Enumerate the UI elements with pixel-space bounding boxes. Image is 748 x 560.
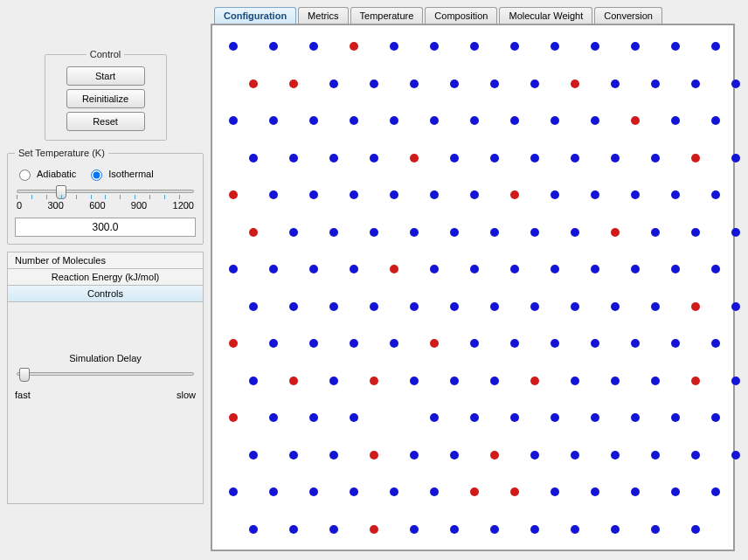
molecule-blue — [671, 116, 680, 125]
tab-metrics[interactable]: Metrics — [298, 7, 348, 24]
molecule-blue — [651, 154, 660, 162]
control-group: Control Start Reinitialize Reset — [45, 49, 167, 141]
molecule-blue — [289, 228, 298, 237]
start-button[interactable]: Start — [66, 66, 145, 86]
delay-slider-thumb[interactable] — [19, 368, 30, 382]
molecule-blue — [470, 42, 479, 51]
reinitialize-button[interactable]: Reinitialize — [66, 89, 145, 108]
molecule-blue — [711, 413, 720, 422]
delay-slider[interactable] — [15, 369, 196, 377]
control-legend: Control — [87, 49, 124, 59]
molecule-red — [229, 339, 238, 348]
molecule-blue — [571, 154, 579, 162]
molecule-blue — [350, 116, 358, 125]
molecule-blue — [510, 42, 519, 51]
molecule-red — [229, 413, 238, 422]
molecule-red — [571, 80, 579, 88]
molecule-blue — [530, 302, 539, 311]
molecule-blue — [309, 413, 318, 422]
molecule-blue — [410, 451, 419, 460]
temperature-value — [15, 218, 196, 237]
molecule-blue — [731, 451, 740, 460]
isothermal-radio[interactable]: Isothermal — [87, 167, 153, 181]
molecule-blue — [410, 302, 419, 311]
molecule-blue — [470, 265, 479, 273]
molecule-blue — [269, 116, 278, 125]
reset-button[interactable]: Reset — [66, 112, 145, 131]
tab-temperature[interactable]: Temperature — [350, 7, 424, 24]
stack-tab-molecules[interactable]: Number of Molecules — [8, 252, 203, 269]
configuration-canvas — [211, 24, 735, 551]
molecule-red — [249, 228, 258, 237]
molecule-blue — [249, 451, 258, 460]
molecule-blue — [731, 154, 740, 162]
adiabatic-radio[interactable]: Adiabatic — [15, 167, 76, 181]
molecule-blue — [229, 487, 238, 496]
molecule-blue — [651, 525, 660, 534]
molecule-blue — [571, 228, 579, 237]
right-panel: ConfigurationMetricsTemperatureCompositi… — [211, 7, 741, 551]
delay-label: Simulation Delay — [15, 353, 196, 363]
molecule-blue — [530, 451, 539, 460]
molecule-blue — [350, 413, 358, 422]
molecule-blue — [490, 377, 499, 385]
molecule-red — [430, 339, 439, 348]
molecule-blue — [671, 190, 680, 199]
molecule-blue — [611, 302, 620, 311]
molecule-blue — [269, 413, 278, 422]
molecule-blue — [430, 265, 439, 273]
molecule-blue — [591, 339, 599, 348]
stack-tab-controls[interactable]: Controls — [8, 286, 203, 302]
molecule-blue — [530, 228, 539, 237]
molecule-blue — [269, 339, 278, 348]
molecule-blue — [530, 525, 539, 534]
tab-molecular-weight[interactable]: Molecular Weight — [499, 7, 592, 24]
molecule-blue — [410, 525, 419, 534]
molecule-blue — [651, 451, 660, 460]
molecule-blue — [671, 413, 680, 422]
molecule-blue — [591, 42, 599, 51]
adiabatic-radio-input[interactable] — [19, 169, 31, 181]
molecule-blue — [591, 190, 599, 199]
molecule-blue — [350, 339, 358, 348]
tab-configuration[interactable]: Configuration — [214, 7, 296, 24]
molecule-blue — [350, 487, 358, 496]
molecule-red — [631, 116, 640, 125]
temperature-legend: Set Temperature (K) — [15, 148, 108, 158]
molecule-blue — [571, 451, 579, 460]
stack-tab-energy[interactable]: Reaction Energy (kJ/mol) — [8, 269, 203, 286]
delay-fast-label: fast — [15, 390, 31, 400]
molecule-blue — [329, 154, 338, 162]
molecule-blue — [309, 190, 318, 199]
molecule-blue — [249, 525, 258, 534]
isothermal-radio-input[interactable] — [91, 169, 102, 181]
molecule-blue — [691, 228, 700, 237]
molecule-blue — [530, 154, 539, 162]
molecule-red — [490, 451, 499, 460]
tab-composition[interactable]: Composition — [425, 7, 497, 24]
molecule-blue — [249, 154, 258, 162]
molecule-blue — [490, 525, 499, 534]
tab-conversion[interactable]: Conversion — [594, 7, 662, 24]
molecule-blue — [410, 80, 419, 88]
molecule-red — [249, 80, 258, 88]
molecule-blue — [631, 339, 640, 348]
molecule-red — [510, 487, 519, 496]
molecule-blue — [450, 228, 459, 237]
temperature-slider[interactable]: 03006009001200 — [15, 186, 196, 212]
delay-slow-label: slow — [177, 390, 196, 400]
molecule-blue — [591, 265, 599, 273]
molecule-blue — [390, 339, 398, 348]
molecule-blue — [329, 302, 338, 311]
isothermal-label: Isothermal — [108, 169, 153, 179]
molecule-red — [611, 228, 620, 237]
molecule-blue — [551, 265, 559, 273]
molecule-blue — [269, 190, 278, 199]
molecule-blue — [571, 302, 579, 311]
molecule-blue — [370, 80, 378, 88]
molecule-red — [530, 377, 539, 385]
molecule-blue — [390, 190, 398, 199]
molecule-red — [691, 377, 700, 385]
molecule-blue — [551, 42, 559, 51]
molecule-blue — [370, 302, 378, 311]
